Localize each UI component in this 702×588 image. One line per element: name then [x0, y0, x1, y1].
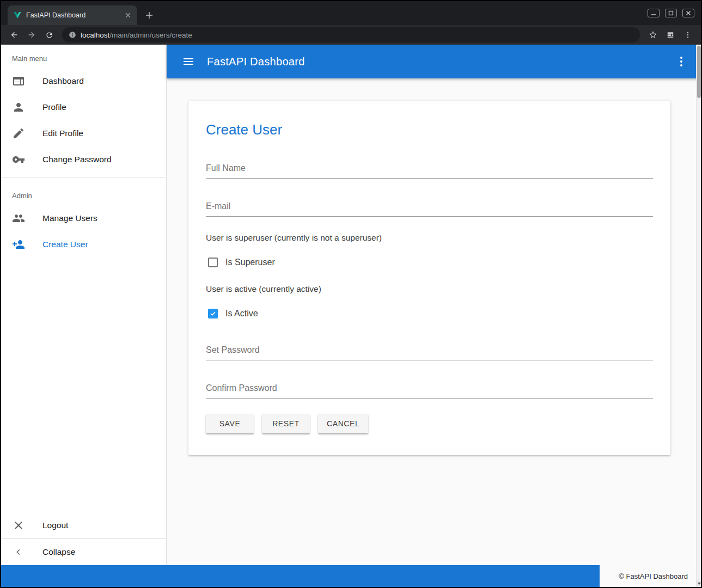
active-checkbox[interactable]: [208, 309, 218, 318]
sidebar-item-edit-profile[interactable]: Edit Profile: [1, 120, 166, 146]
active-checkbox-label: Is Active: [225, 309, 258, 318]
sidebar-item-label: Change Password: [42, 155, 112, 164]
close-icon: [12, 519, 25, 532]
key-icon: [12, 153, 25, 166]
active-checkbox-row[interactable]: Is Active: [208, 307, 653, 320]
sidebar-item-label: Logout: [42, 520, 68, 530]
sidebar-item-logout[interactable]: Logout: [1, 512, 166, 538]
sidebar-divider: [1, 177, 166, 177]
url-path: /main/admin/users/create: [109, 31, 192, 39]
sidebar-item-label: Create User: [42, 240, 88, 249]
form-actions: SAVE RESET CANCEL: [206, 414, 653, 433]
sidebar-item-label: Manage Users: [42, 213, 97, 223]
back-icon[interactable]: [7, 27, 22, 42]
sidebar-item-dashboard[interactable]: Dashboard: [1, 68, 166, 94]
dashboard-icon: [12, 75, 25, 88]
url-host: localhost: [81, 31, 109, 39]
app-bar: FastAPI Dashboard: [167, 45, 701, 78]
scrollbar-down-arrow[interactable]: [697, 580, 701, 587]
sidebar-item-create-user[interactable]: Create User: [1, 231, 166, 258]
set-password-input[interactable]: [206, 343, 653, 360]
email-field-wrap: [206, 199, 653, 217]
page-footer: © FastAPI Dashboard: [1, 565, 701, 587]
confirm-password-input[interactable]: [206, 381, 653, 399]
tab-title: FastAPI Dashboard: [26, 11, 123, 19]
superuser-checkbox-label: Is Superuser: [225, 258, 275, 267]
appbar-title: FastAPI Dashboard: [207, 56, 305, 68]
vuetify-favicon-icon: [13, 11, 22, 20]
sidebar: Main menu Dashboard Profile: [1, 45, 167, 565]
sidebar-item-label: Edit Profile: [42, 128, 83, 138]
reset-button[interactable]: RESET: [262, 414, 310, 433]
superuser-checkbox[interactable]: [208, 258, 218, 267]
password-field-wrap: [206, 343, 653, 360]
sidebar-item-change-password[interactable]: Change Password: [1, 146, 166, 173]
create-user-card: Create User User is superuser (currently…: [188, 101, 670, 455]
footer-copyright: © FastAPI Dashboard: [600, 565, 701, 587]
superuser-checkbox-row[interactable]: Is Superuser: [208, 256, 653, 269]
address-bar: localhost/main/admin/users/create: [1, 25, 701, 45]
superuser-hint: User is superuser (currently is not a su…: [206, 233, 653, 243]
full-name-input[interactable]: [206, 161, 653, 179]
reload-icon[interactable]: [41, 27, 57, 42]
sidebar-section-main-menu: Main menu: [1, 45, 166, 68]
person-add-icon: [12, 238, 25, 251]
browser-menu-icon[interactable]: [680, 27, 695, 42]
tab-close-icon[interactable]: [123, 10, 133, 20]
main-area: FastAPI Dashboard Create User: [167, 45, 701, 565]
vertical-scrollbar[interactable]: [696, 45, 701, 587]
tab-strip: FastAPI Dashboard: [1, 1, 701, 25]
maximize-icon[interactable]: [665, 9, 677, 17]
sidebar-item-label: Profile: [42, 102, 66, 112]
new-tab-icon[interactable]: [142, 8, 157, 23]
minimize-icon[interactable]: [648, 9, 660, 17]
footer-bar: [1, 565, 600, 587]
url-field[interactable]: localhost/main/admin/users/create: [62, 27, 640, 42]
browser-tab[interactable]: FastAPI Dashboard: [8, 5, 137, 25]
window-controls: [641, 1, 701, 25]
person-icon: [12, 101, 25, 114]
forward-icon[interactable]: [24, 27, 39, 42]
bookmark-star-icon[interactable]: [645, 27, 661, 42]
email-input[interactable]: [206, 199, 653, 217]
chevron-left-icon: [14, 547, 23, 557]
sidebar-item-profile[interactable]: Profile: [1, 94, 166, 120]
sidebar-item-collapse[interactable]: Collapse: [1, 539, 166, 565]
sidebar-item-manage-users[interactable]: Manage Users: [1, 205, 166, 231]
web-page: Main menu Dashboard Profile: [1, 45, 701, 587]
pencil-icon: [12, 127, 25, 140]
active-hint: User is active (currently active): [206, 284, 653, 294]
page-info-icon[interactable]: [69, 31, 76, 39]
page-title: Create User: [206, 121, 653, 138]
cancel-button[interactable]: CANCEL: [318, 414, 368, 433]
browser-window: FastAPI Dashboard: [0, 0, 702, 588]
url-text: localhost/main/admin/users/create: [81, 31, 192, 39]
hamburger-menu-icon[interactable]: [182, 55, 195, 68]
people-icon: [12, 212, 25, 225]
sidebar-item-label: Dashboard: [42, 76, 84, 86]
check-icon: [209, 310, 217, 317]
scrollbar-thumb[interactable]: [697, 46, 701, 98]
sidebar-item-label: Collapse: [42, 547, 75, 557]
full-name-field-wrap: [206, 161, 653, 179]
content-area: Create User User is superuser (currently…: [167, 78, 701, 565]
close-window-icon[interactable]: [682, 9, 694, 17]
confirm-password-field-wrap: [206, 381, 653, 399]
appbar-menu-icon[interactable]: [675, 55, 688, 68]
sidebar-section-admin: Admin: [1, 182, 166, 205]
extensions-icon[interactable]: [663, 27, 678, 42]
save-button[interactable]: SAVE: [206, 414, 254, 433]
